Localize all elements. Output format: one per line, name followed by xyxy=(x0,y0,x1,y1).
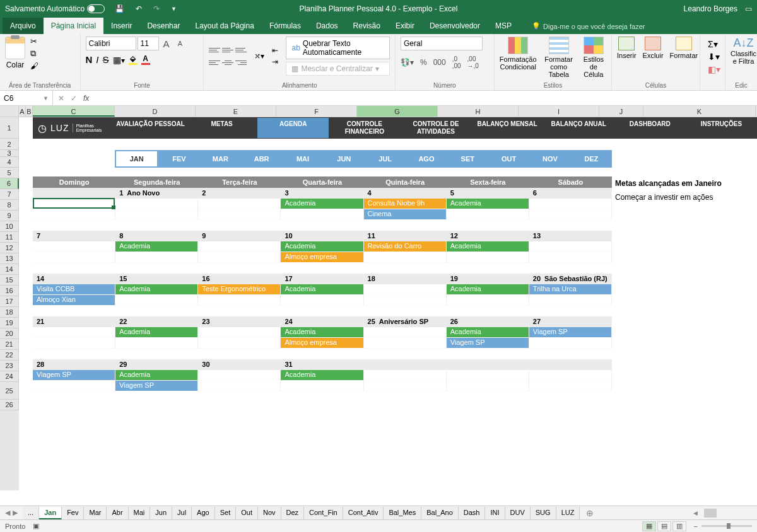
insert-cells-button[interactable]: Inserir xyxy=(617,37,637,59)
calendar-cell[interactable]: 13 xyxy=(529,231,612,263)
calendar-cell[interactable]: 24AcademiaAlmoço empresa xyxy=(281,316,363,349)
calendar-event[interactable]: Academia xyxy=(281,199,363,209)
col-i[interactable]: I xyxy=(519,106,599,117)
sheet-tab-ini[interactable]: INI xyxy=(485,507,505,519)
calendar-cell[interactable]: 3Academia xyxy=(281,188,363,220)
italic-button[interactable]: I xyxy=(96,54,98,65)
calendar-cell[interactable] xyxy=(447,359,529,391)
horizontal-scrollbar[interactable]: ◀ xyxy=(691,506,757,519)
align-center-icon[interactable] xyxy=(222,57,233,67)
toggle-switch-icon[interactable] xyxy=(87,4,105,13)
calendar-event[interactable]: Viagem SP xyxy=(529,327,611,338)
calendar-event[interactable]: Academia xyxy=(281,284,363,295)
sheet-tab-nov[interactable]: Nov xyxy=(258,507,281,519)
calendar-event[interactable]: Visita CCBB xyxy=(33,284,115,295)
tab-arquivo[interactable]: Arquivo xyxy=(3,18,44,34)
autosum-icon[interactable]: Σ▾ xyxy=(708,39,717,49)
row-10[interactable]: 10 xyxy=(0,221,19,232)
sheet-tab-mai[interactable]: Mai xyxy=(129,507,151,519)
calendar-cell[interactable]: 31Academia xyxy=(281,359,363,391)
orientation-icon[interactable]: ⤯▾ xyxy=(254,52,264,61)
row-3[interactable]: 3 xyxy=(0,150,19,157)
calendar-event[interactable]: Academia xyxy=(115,284,197,295)
planner-nav-balanço-mensal[interactable]: BALANÇO MENSAL xyxy=(472,118,543,138)
save-icon[interactable]: 💾 xyxy=(115,4,124,13)
calendar-cell[interactable] xyxy=(364,359,447,391)
calendar-event[interactable]: Academia xyxy=(281,241,363,252)
tab-layout[interactable]: Layout da Página xyxy=(187,18,261,34)
sheet-tab-fev[interactable]: Fev xyxy=(62,507,84,519)
align-bottom-icon[interactable] xyxy=(235,45,247,55)
sheet-tab-cont_fin[interactable]: Cont_Fin xyxy=(304,507,343,519)
calendar-cell[interactable]: 19Academia xyxy=(447,274,529,306)
merge-center-button[interactable]: ▦ Mesclar e Centralizar ▾ xyxy=(286,62,390,76)
month-mar[interactable]: MAR xyxy=(200,151,241,166)
tab-inserir[interactable]: Inserir xyxy=(103,18,139,34)
row-6[interactable]: 6 xyxy=(0,178,19,189)
calendar-event[interactable]: Cinema xyxy=(364,209,446,220)
month-out[interactable]: OUT xyxy=(488,151,529,166)
font-name-select[interactable] xyxy=(86,37,136,50)
calendar-event[interactable]: Academia xyxy=(115,370,197,381)
enter-formula-icon[interactable]: ✓ xyxy=(71,94,77,103)
format-as-table-button[interactable]: Formatar como Tabela xyxy=(542,37,576,78)
user-name[interactable]: Leandro Borges xyxy=(684,4,737,13)
align-left-icon[interactable] xyxy=(209,57,220,67)
border-button[interactable]: ▦▾ xyxy=(113,55,125,65)
name-box[interactable]: C6▼ xyxy=(0,91,53,105)
calendar-cell[interactable]: 20São Sebastião (RJ)Trilha na Urca xyxy=(529,274,612,306)
align-middle-icon[interactable] xyxy=(222,45,233,55)
calendar-cell[interactable]: 28Viagem SP xyxy=(33,359,115,391)
row-13[interactable]: 13 xyxy=(0,253,19,264)
row-26[interactable]: 26 xyxy=(0,400,19,410)
row-22[interactable]: 22 xyxy=(0,350,19,361)
ribbon-options-icon[interactable]: ▭ xyxy=(745,4,752,13)
row-21[interactable]: 21 xyxy=(0,339,19,350)
zoom-out-icon[interactable]: − xyxy=(694,523,698,530)
planner-nav-controle-de-atividades[interactable]: CONTROLE DE ATIVIDADES xyxy=(400,118,471,138)
row-7[interactable]: 7 xyxy=(0,189,19,200)
selected-cell-c6[interactable] xyxy=(33,198,115,209)
row-23[interactable]: 23 xyxy=(0,361,19,371)
col-c[interactable]: C xyxy=(33,106,115,117)
col-h[interactable]: H xyxy=(438,106,519,117)
fx-icon[interactable]: fx xyxy=(83,94,89,103)
macro-record-icon[interactable]: ▣ xyxy=(33,522,39,530)
row-19[interactable]: 19 xyxy=(0,318,19,328)
calendar-event[interactable]: Consulta Niobe 9h xyxy=(364,199,446,209)
row-24[interactable]: 24 xyxy=(0,371,19,382)
calendar-event[interactable]: Viagem SP xyxy=(115,381,197,391)
month-abr[interactable]: ABR xyxy=(241,151,282,166)
paste-button[interactable]: Colar xyxy=(5,37,25,69)
font-size-select[interactable] xyxy=(138,37,159,50)
row-11[interactable]: 11 xyxy=(0,232,19,243)
sheet-tab-abr[interactable]: Abr xyxy=(107,507,128,519)
row-5[interactable]: 5 xyxy=(0,168,19,178)
calendar-event[interactable]: Almoço empresa xyxy=(281,252,363,263)
page-layout-view-icon[interactable]: ▤ xyxy=(657,521,671,531)
clear-icon[interactable]: ◧▾ xyxy=(708,64,717,74)
month-dez[interactable]: DEZ xyxy=(571,151,612,166)
col-f[interactable]: F xyxy=(276,106,357,117)
normal-view-icon[interactable]: ▦ xyxy=(642,521,656,531)
sheet-tab-jul[interactable]: Jul xyxy=(172,507,192,519)
sheet-tab-sug[interactable]: SUG xyxy=(531,507,556,519)
month-fev[interactable]: FEV xyxy=(158,151,199,166)
calendar-cell[interactable]: 25Aniversário SP xyxy=(364,316,447,349)
number-format-select[interactable] xyxy=(401,37,483,50)
tab-formulas[interactable]: Fórmulas xyxy=(262,18,308,34)
calendar-event[interactable]: Academia xyxy=(115,327,197,338)
cell-styles-button[interactable]: Estilos de Célula xyxy=(581,37,606,78)
row-8[interactable]: 8 xyxy=(0,200,19,211)
calendar-event[interactable]: Academia xyxy=(447,241,529,252)
calendar-cell[interactable]: 27Viagem SP xyxy=(529,316,612,349)
planner-nav-balanço-anual[interactable]: BALANÇO ANUAL xyxy=(543,118,614,138)
sheet-tab-...[interactable]: ... xyxy=(23,507,39,519)
calendar-event[interactable]: Academia xyxy=(281,327,363,338)
row-15[interactable]: 15 xyxy=(0,275,19,286)
col-a[interactable]: A xyxy=(19,106,26,117)
row-16[interactable]: 16 xyxy=(0,286,19,296)
formula-input[interactable] xyxy=(94,93,757,103)
month-set[interactable]: SET xyxy=(447,151,488,166)
calendar-event[interactable]: Revisão do Carro xyxy=(364,241,446,252)
